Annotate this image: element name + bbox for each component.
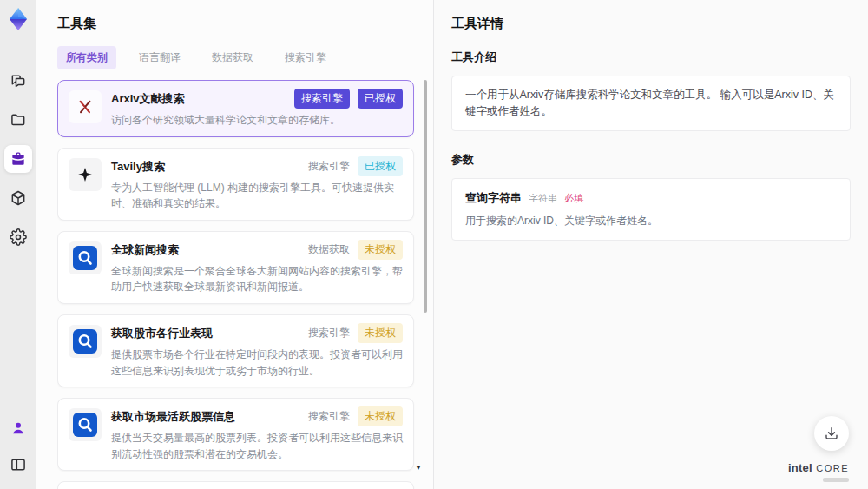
intel-core-logo: intel CORE <box>788 459 849 482</box>
tool-card-2[interactable]: 全球新闻搜索 数据获取 未授权 全球新闻搜索是一个聚合全球各大新闻网站内容的搜索… <box>57 231 414 304</box>
tool-name: 全球新闻搜索 <box>111 240 301 258</box>
tool-icon <box>69 325 102 358</box>
tool-body: 获取市场最活跃股票信息 搜索引擎 未授权 提供当天交易量最高的股票列表。投资者可… <box>111 406 403 462</box>
tool-category-badge: 搜索引擎 <box>308 406 350 426</box>
tool-status-badge: 已授权 <box>358 89 403 109</box>
tool-card-4[interactable]: 获取市场最活跃股票信息 搜索引擎 未授权 提供当天交易量最高的股票列表。投资者可… <box>57 398 414 471</box>
nav-account[interactable] <box>4 414 32 442</box>
nav-chat[interactable] <box>4 67 32 95</box>
app-window: 工具集 所有类别语言翻译数据获取搜索引擎 Arxiv文献搜索 搜索引擎 已授权 … <box>0 0 868 489</box>
param-required-badge: 必填 <box>564 192 583 205</box>
tool-description: 提供股票市场各个行业在特定时间段内的表现。投资者可以利用这些信息来识别表现优于或… <box>111 347 403 379</box>
intel-sub-mark <box>823 478 849 482</box>
tool-name: Tavily搜索 <box>111 156 301 175</box>
nav-toolbox[interactable] <box>4 145 32 173</box>
folder-icon <box>10 111 27 129</box>
download-button[interactable] <box>814 416 849 451</box>
icon-rail <box>0 0 36 489</box>
tab-category-1[interactable]: 语言翻译 <box>130 46 189 69</box>
gear-icon <box>10 228 27 246</box>
tab-category-2[interactable]: 数据获取 <box>203 46 262 69</box>
tab-category-3[interactable]: 搜索引擎 <box>276 46 335 69</box>
tool-list-panel: 工具集 所有类别语言翻译数据获取搜索引擎 Arxiv文献搜索 搜索引擎 已授权 … <box>36 0 434 489</box>
detail-title: 工具详情 <box>451 16 851 32</box>
tool-category-badge: 数据获取 <box>308 240 350 260</box>
tool-category-badge: 搜索引擎 <box>308 156 350 176</box>
user-icon <box>10 420 27 437</box>
tool-body: 获取股市各行业表现 搜索引擎 未授权 提供股票市场各个行业在特定时间段内的表现。… <box>111 323 403 379</box>
package-icon <box>10 189 27 207</box>
tool-icon <box>69 408 102 441</box>
tool-description: 访问各个研究领域大量科学论文和文章的存储库。 <box>111 112 403 129</box>
tool-description: 专为人工智能代理 (LLM) 构建的搜索引擎工具。可快速提供实时、准确和真实的结… <box>111 180 403 212</box>
tool-icon <box>69 158 102 191</box>
tool-name: 获取股市各行业表现 <box>111 323 301 341</box>
tool-list: Arxiv文献搜索 搜索引擎 已授权 访问各个研究领域大量科学论文和文章的存储库… <box>57 80 423 489</box>
param-card: 查询字符串 字符串 必填 用于搜索的Arxiv ID、关键字或作者姓名。 <box>451 178 851 241</box>
category-tabs: 所有类别语言翻译数据获取搜索引擎 <box>57 46 423 69</box>
tool-card-0[interactable]: Arxiv文献搜索 搜索引擎 已授权 访问各个研究领域大量科学论文和文章的存储库… <box>57 80 414 137</box>
nav-files[interactable] <box>4 106 32 134</box>
tool-status-badge: 未授权 <box>358 240 403 260</box>
app-logo-gem-icon <box>5 6 31 32</box>
tab-category-0[interactable]: 所有类别 <box>57 46 116 69</box>
tool-tags: 数据获取 未授权 <box>308 240 403 260</box>
tool-status-badge: 未授权 <box>358 406 403 426</box>
page-title: 工具集 <box>57 16 423 32</box>
tool-tags: 搜索引擎 未授权 <box>308 406 403 426</box>
intro-heading: 工具介绍 <box>451 50 851 65</box>
param-description: 用于搜索的Arxiv ID、关键字或作者姓名。 <box>465 214 837 228</box>
panel-toggle-icon <box>10 456 27 473</box>
param-head: 查询字符串 字符串 必填 <box>465 190 837 206</box>
tool-body: Tavily搜索 搜索引擎 已授权 专为人工智能代理 (LLM) 构建的搜索引擎… <box>111 156 403 212</box>
nav-settings[interactable] <box>4 223 32 251</box>
tool-name: 获取市场最活跃股票信息 <box>111 406 301 425</box>
intel-wordmark: intel <box>788 461 812 474</box>
tool-status-badge: 已授权 <box>358 156 403 176</box>
tool-tags: 搜索引擎 已授权 <box>308 156 403 176</box>
tool-status-badge: 未授权 <box>358 323 403 343</box>
tool-tags: 搜索引擎 已授权 <box>294 89 403 109</box>
tool-description: 提供当天交易量最高的股票列表。投资者可以利用这些信息来识别流动性强的股票和潜在的… <box>111 430 403 462</box>
tool-card-5[interactable]: 万维地区新闻查询 搜索引擎 未授权 查询具体行政区划内的新闻，快速了解各地新闻动 <box>57 481 414 489</box>
tool-tags: 搜索引擎 未授权 <box>308 323 403 343</box>
tool-name: Arxiv文献搜索 <box>111 89 287 107</box>
core-wordmark: CORE <box>816 463 849 473</box>
chat-icon <box>10 72 27 89</box>
tool-icon <box>69 241 102 274</box>
tool-detail-panel: 工具详情 工具介绍 一个用于从Arxiv存储库搜索科学论文和文章的工具。 输入可… <box>434 0 868 489</box>
tool-description: 全球新闻搜索是一个聚合全球各大新闻网站内容的搜索引擎，帮助用户快速获取全球最新资… <box>111 263 403 295</box>
rail-nav <box>4 67 32 251</box>
params-heading: 参数 <box>451 152 851 168</box>
tool-body: Arxiv文献搜索 搜索引擎 已授权 访问各个研究领域大量科学论文和文章的存储库… <box>111 89 403 129</box>
tool-body: 全球新闻搜索 数据获取 未授权 全球新闻搜索是一个聚合全球各大新闻网站内容的搜索… <box>111 240 403 295</box>
intro-text: 一个用于从Arxiv存储库搜索科学论文和文章的工具。 输入可以是Arxiv ID… <box>451 76 851 131</box>
download-icon <box>824 426 839 441</box>
tool-card-3[interactable]: 获取股市各行业表现 搜索引擎 未授权 提供股票市场各个行业在特定时间段内的表现。… <box>57 314 414 387</box>
toolbox-icon <box>10 150 27 168</box>
tool-category-badge: 搜索引擎 <box>308 323 350 343</box>
param-type: 字符串 <box>529 192 557 205</box>
nav-packages[interactable] <box>4 184 32 212</box>
nav-panel-toggle[interactable] <box>4 451 32 479</box>
tool-card-1[interactable]: Tavily搜索 搜索引擎 已授权 专为人工智能代理 (LLM) 构建的搜索引擎… <box>57 148 414 221</box>
tool-category-badge: 搜索引擎 <box>294 89 350 109</box>
scroll-down-arrow-icon[interactable]: ▼ <box>415 465 422 472</box>
param-name: 查询字符串 <box>465 190 522 206</box>
rail-bottom <box>4 414 32 479</box>
tool-icon <box>69 90 102 123</box>
list-scrollbar[interactable] <box>424 80 427 313</box>
